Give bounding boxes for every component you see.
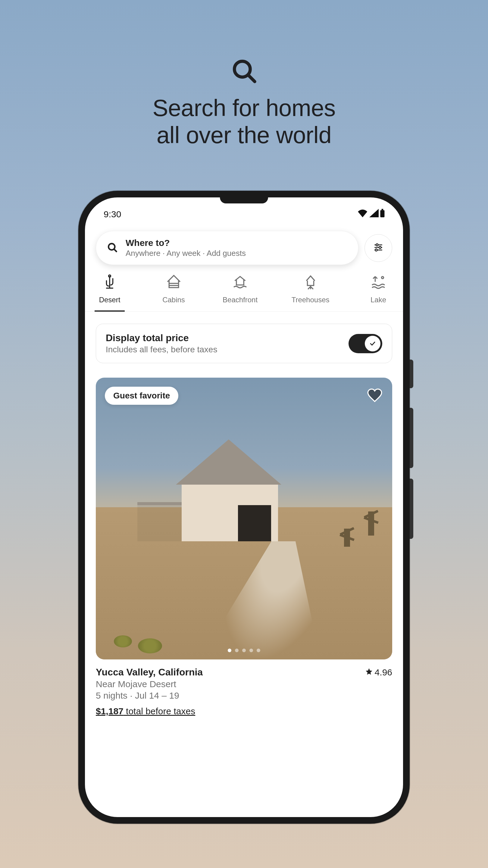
listing-location: Near Mojave Desert [96,679,392,689]
wishlist-button[interactable] [366,387,383,404]
status-time: 9:30 [104,209,121,219]
price-toggle-subtitle: Includes all fees, before taxes [106,345,217,354]
svg-point-11 [375,249,377,251]
phone-frame: 9:30 Where to? Anywhere · Any week · Add… [78,191,410,824]
battery-icon [380,209,385,219]
listing-rating: 4.96 [365,667,392,678]
image-pagination-dots [228,649,260,652]
search-bar[interactable]: Where to? Anywhere · Any week · Add gues… [96,231,358,265]
lake-icon [370,273,387,291]
beachfront-icon [232,273,249,291]
treehouse-icon [302,273,319,291]
svg-point-9 [379,246,381,248]
filter-icon [373,242,384,254]
svg-point-13 [382,277,384,279]
check-icon [365,336,380,351]
phone-power-button [410,360,413,388]
svg-rect-2 [381,210,385,218]
category-label: Cabins [162,296,185,304]
category-label: Beachfront [223,296,258,304]
category-label: Treehouses [292,296,330,304]
listing-title: Yucca Valley, California [96,667,203,678]
guest-favorite-badge: Guest favorite [105,387,178,405]
heart-icon [366,399,383,404]
phone-speaker [220,197,268,204]
filter-button[interactable] [364,234,392,262]
svg-point-7 [376,244,378,246]
search-subtitle: Anywhere · Any week · Add guests [126,249,246,258]
cellular-icon [369,209,379,219]
svg-rect-3 [382,209,384,210]
promo-header: Search for homes all over the world [153,57,335,149]
search-icon [153,57,335,86]
cactus-icon [101,273,118,291]
price-toggle-switch[interactable] [349,334,382,353]
wifi-icon [357,209,368,219]
star-icon [365,667,373,678]
phone-volume-down [410,478,413,539]
cabin-icon [165,273,182,291]
category-beachfront[interactable]: Beachfront [223,273,258,311]
category-lake[interactable]: Lake [363,273,393,311]
category-label: Lake [370,296,386,304]
listing-card[interactable]: Guest favorite Yucca Valley, California … [96,378,392,716]
category-label: Desert [99,296,121,304]
price-toggle-card: Display total price Includes all fees, b… [96,324,392,363]
phone-screen: 9:30 Where to? Anywhere · Any week · Add… [85,197,403,817]
search-title: Where to? [126,238,246,248]
listing-dates: 5 nights · Jul 14 – 19 [96,690,392,701]
listing-image[interactable]: Guest favorite [96,378,392,659]
listing-illustration [96,378,392,659]
category-desert[interactable]: Desert [95,273,125,311]
category-cabins[interactable]: Cabins [159,273,189,311]
category-tabs: Desert Cabins Beachfront Treehouses Lake [85,265,403,312]
category-treehouses[interactable]: Treehouses [292,273,330,311]
svg-line-1 [249,75,255,82]
promo-title: Search for homes all over the world [153,95,335,149]
search-icon [107,242,118,254]
listing-price[interactable]: $1,187 total before taxes [96,706,392,716]
price-toggle-title: Display total price [106,333,217,344]
phone-volume-up [410,408,413,468]
svg-line-5 [114,249,117,252]
